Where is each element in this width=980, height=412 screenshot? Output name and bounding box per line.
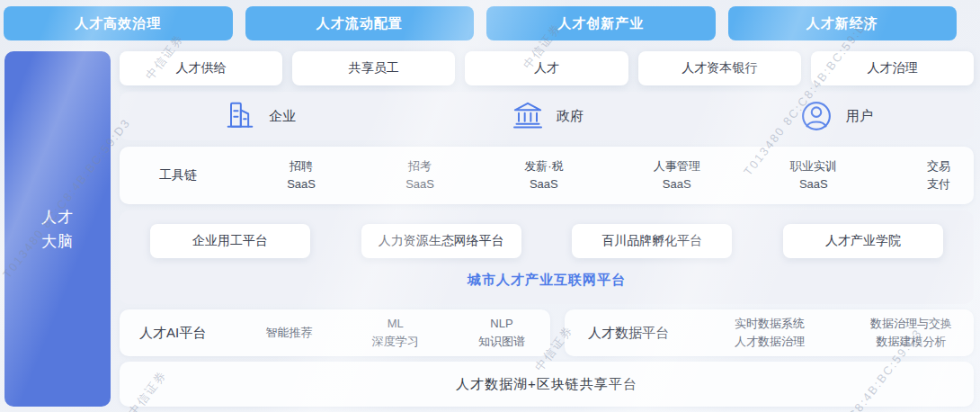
supply-box: 共享员工 xyxy=(292,51,455,85)
data-platform-panel: 人才数据平台 实时数据系统 人才数据治理 数据治理与交换 数据建模分析 xyxy=(565,309,974,356)
actor-government: 政府 xyxy=(510,98,584,134)
diagram-content: 人才供给 共享员工 人才 人才资本银行 人才治理 企业 xyxy=(120,51,974,407)
talent-brain-line2: 大脑 xyxy=(41,229,74,254)
talent-brain-block: 人才 大脑 xyxy=(4,51,111,407)
platform-box: 人才产业学院 xyxy=(783,224,943,258)
ai-data-row: 人才AI平台 智能推荐 ML 深度学习 NLP 知识图谱 人才数据平台 实时数据… xyxy=(120,309,974,356)
building-icon xyxy=(222,98,258,134)
user-icon xyxy=(797,97,835,135)
platform-boxes-row: 企业用工平台 人力资源生态网络平台 百川品牌孵化平台 人才产业学院 xyxy=(150,224,943,258)
platform-box: 企业用工平台 xyxy=(150,224,310,258)
supply-box: 人才 xyxy=(465,51,628,85)
city-platform-title: 城市人才产业互联网平台 xyxy=(150,272,943,289)
talent-brain-label: 人才 大脑 xyxy=(41,205,74,254)
toolchain-column-line: SaaS xyxy=(524,175,563,193)
data-platform-title: 人才数据平台 xyxy=(588,325,669,342)
toolchain-column-line: 招聘 xyxy=(287,157,316,175)
data-column-line: 人才数据治理 xyxy=(735,333,805,351)
ai-platform-title: 人才AI平台 xyxy=(139,325,206,342)
data-lake-blockchain-bar: 人才数据湖+区块链共享平台 xyxy=(120,362,974,407)
supply-box: 人才治理 xyxy=(811,51,974,85)
top-button-talent-flow: 人才流动配置 xyxy=(245,6,475,40)
toolchain-column-line: 人事管理 xyxy=(654,157,700,175)
actors-panel: 企业 政府 xyxy=(120,92,974,140)
toolchain-column-line: 招考 xyxy=(405,157,434,175)
actor-enterprise: 企业 xyxy=(222,98,296,134)
platform-box: 百川品牌孵化平台 xyxy=(572,224,732,258)
city-platform-panel: 企业用工平台 人力资源生态网络平台 百川品牌孵化平台 人才产业学院 城市人才产业… xyxy=(120,210,974,304)
data-column-line: 数据建模分析 xyxy=(870,333,952,351)
top-button-innovation-industry: 人才创新产业 xyxy=(486,6,716,40)
government-icon xyxy=(510,98,546,134)
toolchain-column-line: SaaS xyxy=(654,175,700,193)
data-column-line: 实时数据系统 xyxy=(735,315,805,333)
supply-box: 人才资本银行 xyxy=(638,51,801,85)
toolchain-column: 人事管理 SaaS xyxy=(654,157,700,193)
actor-user: 用户 xyxy=(797,97,873,135)
platform-box: 人力资源生态网络平台 xyxy=(361,224,521,258)
ai-column-ml: ML 深度学习 xyxy=(372,315,419,351)
actor-label: 企业 xyxy=(269,108,296,125)
ai-column-line: NLP xyxy=(478,315,525,333)
top-button-efficient-governance: 人才高效治理 xyxy=(4,6,233,40)
supply-box: 人才供给 xyxy=(120,51,282,85)
toolchain-column-line: 交易 xyxy=(927,157,950,175)
data-column-governance: 数据治理与交换 数据建模分析 xyxy=(870,315,952,351)
data-lake-blockchain-label: 人才数据湖+区块链共享平台 xyxy=(456,376,637,393)
actor-label: 政府 xyxy=(557,108,584,125)
talent-brain-architecture-diagram: 人才高效治理 人才流动配置 人才创新产业 人才新经济 人才 大脑 人才供给 共享… xyxy=(0,0,980,412)
data-column-realtime: 实时数据系统 人才数据治理 xyxy=(735,315,805,351)
ai-column-line: 知识图谱 xyxy=(478,333,525,351)
toolchain-column: 招考 SaaS xyxy=(405,157,434,193)
toolchain-panel: 工具链 招聘 SaaS 招考 SaaS 发薪·税 SaaS 人事管理 SaaS … xyxy=(120,147,974,204)
data-column-line: 数据治理与交换 xyxy=(870,315,952,333)
toolchain-column: 交易 支付 xyxy=(927,157,950,193)
ai-column-nlp: NLP 知识图谱 xyxy=(478,315,525,351)
top-button-new-economy: 人才新经济 xyxy=(728,6,958,40)
toolchain-column-line: 职业实训 xyxy=(790,157,837,175)
ai-platform-panel: 人才AI平台 智能推荐 ML 深度学习 NLP 知识图谱 xyxy=(120,309,550,356)
toolchain-column-line: SaaS xyxy=(405,175,434,193)
ai-item-recommendation: 智能推荐 xyxy=(265,325,312,341)
actor-label: 用户 xyxy=(846,108,873,125)
toolchain-label: 工具链 xyxy=(159,167,197,184)
top-outcome-row: 人才高效治理 人才流动配置 人才创新产业 人才新经济 xyxy=(4,6,957,40)
ai-column-line: 深度学习 xyxy=(372,333,419,351)
toolchain-column: 职业实训 SaaS xyxy=(790,157,837,193)
toolchain-column-line: 支付 xyxy=(927,175,950,193)
toolchain-column: 发薪·税 SaaS xyxy=(524,157,563,193)
talent-brain-line1: 人才 xyxy=(41,205,74,229)
supply-row: 人才供给 共享员工 人才 人才资本银行 人才治理 xyxy=(120,51,974,85)
toolchain-column: 招聘 SaaS xyxy=(287,157,316,193)
ai-column-line: ML xyxy=(372,315,419,333)
toolchain-column-line: SaaS xyxy=(790,175,837,193)
toolchain-column-line: 发薪·税 xyxy=(524,157,563,175)
toolchain-column-line: SaaS xyxy=(287,175,316,193)
